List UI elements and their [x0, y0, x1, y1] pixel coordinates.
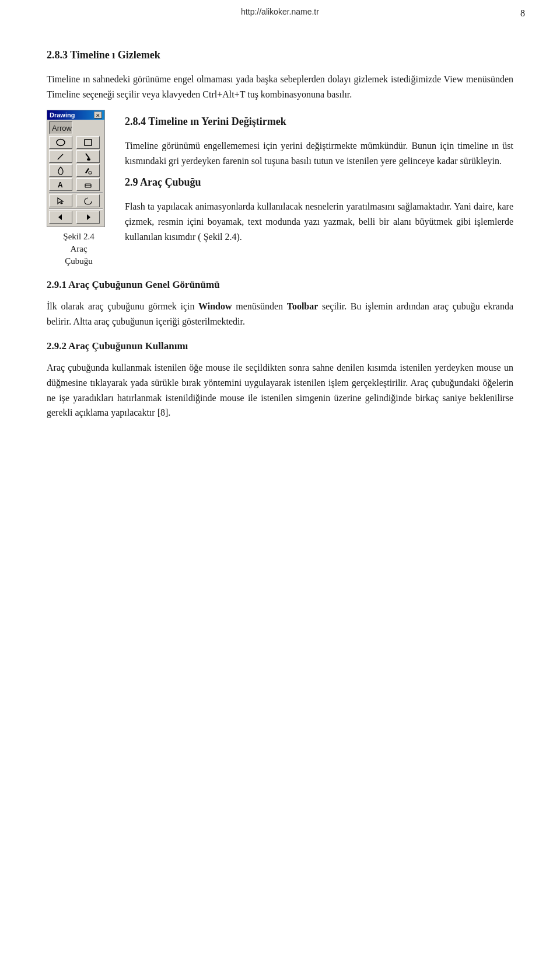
body-29: Flash ta yapılacak animasyonlarda kullan… [125, 199, 513, 244]
subsel-icon [56, 196, 65, 206]
svg-marker-13 [87, 214, 90, 220]
ink-icon [56, 166, 65, 175]
toolbar-row1 [49, 136, 103, 149]
oval-tool-button[interactable] [49, 136, 72, 149]
svg-marker-11 [58, 198, 63, 204]
arrow-label: Arrow [52, 124, 72, 133]
svg-line-5 [86, 154, 89, 158]
float-text-area: 2.8.4 Timeline ın Yerini Değiştirmek Tim… [125, 110, 513, 252]
toolbar-row3 [49, 164, 103, 177]
ink-tool-button[interactable] [49, 164, 72, 177]
body-283: Timeline ın sahnedeki görünüme engel olm… [47, 72, 513, 102]
brush-tool-button[interactable] [76, 150, 100, 163]
body-292: Araç çubuğunda kullanmak istenilen öğe m… [47, 360, 513, 420]
svg-point-1 [57, 140, 65, 146]
section-284-float: Drawing ✕ Arrow [47, 110, 513, 267]
body-291-text2: menüsünden [232, 301, 287, 311]
bucket-tool-button[interactable] [76, 164, 100, 177]
body-291-bold1: Window [198, 301, 232, 311]
toolbar-widget-container: Drawing ✕ Arrow [47, 110, 111, 267]
drawing-toolbar: Drawing ✕ Arrow [47, 110, 105, 227]
rect-tool-button[interactable] [76, 136, 100, 149]
body-284: Timeline görünümü engellememesi için yer… [125, 138, 513, 168]
svg-marker-12 [58, 214, 62, 220]
lasso-tool-button[interactable] [76, 194, 100, 207]
svg-line-3 [58, 154, 63, 159]
page-content: 2.8.3 Timeline ı Gizlemek Timeline ın sa… [0, 20, 560, 452]
toolbar-row2 [49, 150, 103, 163]
toolbar-divider-2 [49, 208, 103, 210]
svg-text:A: A [58, 181, 63, 189]
brush-icon [83, 152, 93, 161]
page-number: 8 [520, 8, 525, 19]
lasso-icon [83, 196, 93, 206]
heading-284: 2.8.4 Timeline ın Yerini Değiştirmek [125, 116, 513, 128]
body-291-bold2: Toolbar [287, 301, 318, 311]
svg-rect-7 [89, 172, 92, 174]
heading-29: 2.9 Araç Çubuğu [125, 176, 513, 189]
figure-label: Şekil 2.4AraçÇubuğu [47, 231, 111, 267]
forward-arrow-icon [83, 213, 93, 222]
subsel-tool-button[interactable] [49, 194, 72, 207]
toolbar-title: Drawing [50, 112, 75, 119]
heading-283: 2.8.3 Timeline ı Gizlemek [47, 49, 513, 61]
toolbar-row6 [49, 211, 103, 224]
back-button[interactable] [49, 211, 72, 224]
toolbar-divider-1 [49, 192, 103, 193]
toolbar-titlebar: Drawing ✕ [47, 110, 104, 120]
text-tool-button[interactable]: A [49, 178, 72, 191]
pencil-tool-button[interactable] [49, 150, 72, 163]
text-icon: A [56, 180, 65, 189]
svg-point-6 [87, 158, 90, 161]
body-291: İlk olarak araç çubuğunu görmek için Win… [47, 299, 513, 329]
forward-button[interactable] [76, 211, 100, 224]
eraser-tool-button[interactable] [76, 178, 100, 191]
bucket-icon [83, 166, 93, 175]
svg-rect-2 [85, 140, 92, 145]
figure-label-text: Şekil 2.4AraçÇubuğu [63, 232, 94, 266]
body-291-text1: İlk olarak araç çubuğunu görmek için [47, 301, 198, 311]
heading-291: 2.9.1 Araç Çubuğunun Genel Görünümü [47, 279, 513, 291]
toolbar-body: Arrow [47, 120, 104, 227]
pencil-icon [56, 152, 65, 161]
oval-icon [56, 138, 65, 147]
rect-icon [83, 138, 93, 147]
heading-292: 2.9.2 Araç Çubuğunun Kullanımı [47, 340, 513, 352]
eraser-icon [83, 180, 93, 189]
page-header: http://alikoker.name.tr [0, 0, 560, 20]
toolbar-close-button[interactable]: ✕ [94, 112, 102, 119]
back-arrow-icon [56, 213, 65, 222]
toolbar-row4: A [49, 178, 103, 191]
toolbar-row5 [49, 194, 103, 207]
arrow-tool-button[interactable]: Arrow [49, 121, 72, 134]
header-url: http://alikoker.name.tr [241, 7, 319, 16]
